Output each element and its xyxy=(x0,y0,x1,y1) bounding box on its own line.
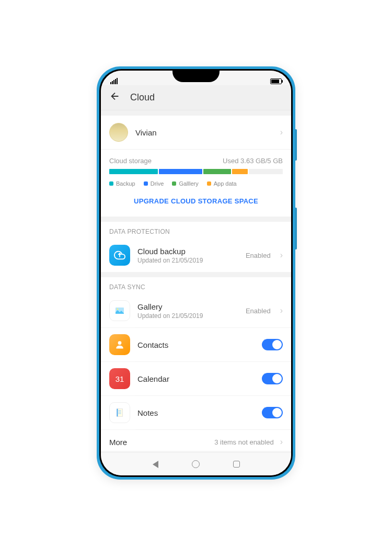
legend-backup: Backup xyxy=(116,180,135,187)
page-title: Cloud xyxy=(130,92,155,103)
contacts-toggle[interactable] xyxy=(262,339,283,350)
nav-home-button[interactable] xyxy=(192,460,200,468)
storage-legend: Backup Drive Galllery App data xyxy=(109,180,283,187)
more-row[interactable]: More 3 items not enabled › xyxy=(101,430,291,451)
svg-point-1 xyxy=(117,309,119,310)
row-subtitle: Updated on 21/05/2019 xyxy=(137,312,238,320)
gallery-icon xyxy=(109,300,130,321)
signal-icon xyxy=(110,78,118,84)
cloud-backup-icon xyxy=(109,245,130,266)
battery-icon xyxy=(270,78,282,84)
storage-seg-free xyxy=(249,169,283,174)
chevron-right-icon: › xyxy=(280,251,283,260)
legend-gallery: Galllery xyxy=(179,180,198,187)
side-button xyxy=(295,129,297,161)
row-status: Enabled xyxy=(246,307,271,315)
storage-seg-backup xyxy=(109,169,158,174)
contacts-row: Contacts xyxy=(101,328,291,361)
storage-section: Cloud storage Used 3.63 GB/5 GB Backup D… xyxy=(101,150,291,217)
nav-back-button[interactable] xyxy=(153,461,158,468)
calendar-toggle[interactable] xyxy=(262,373,283,384)
storage-label: Cloud storage xyxy=(109,157,152,165)
phone-frame: Cloud Vivian › Cloud storage Used 3.63 G… xyxy=(97,66,295,480)
storage-seg-drive xyxy=(159,169,202,174)
profile-row[interactable]: Vivian › xyxy=(101,116,291,150)
upgrade-storage-button[interactable]: UPGRADE CLOUD STORAGE SPACE xyxy=(109,194,283,209)
row-title: Notes xyxy=(137,408,255,417)
row-title: Calendar xyxy=(137,374,255,383)
row-subtitle: Updated on 21/05/2019 xyxy=(137,257,238,264)
chevron-right-icon: › xyxy=(280,306,283,315)
chevron-right-icon: › xyxy=(280,437,283,447)
calendar-row: 31 Calendar xyxy=(101,362,291,395)
side-button xyxy=(295,208,297,249)
display-notch xyxy=(172,71,220,82)
storage-seg-gallery xyxy=(203,169,231,174)
section-data-sync: DATA SYNC xyxy=(101,277,291,294)
more-label: More xyxy=(109,438,210,447)
calendar-icon: 31 xyxy=(109,368,130,389)
gallery-row[interactable]: Gallery Updated on 21/05/2019 Enabled › xyxy=(101,294,291,327)
svg-rect-7 xyxy=(117,409,118,417)
cloud-backup-row[interactable]: Cloud backup Updated on 21/05/2019 Enabl… xyxy=(101,238,291,272)
nav-recent-button[interactable] xyxy=(233,461,240,468)
storage-bar xyxy=(109,169,283,174)
notes-row: Notes xyxy=(101,396,291,429)
row-status: Enabled xyxy=(246,252,271,259)
storage-seg-appdata xyxy=(232,169,248,174)
svg-point-2 xyxy=(118,341,122,345)
row-title: Gallery xyxy=(137,302,238,311)
legend-appdata: App data xyxy=(214,180,237,187)
storage-used-text: Used 3.63 GB/5 GB xyxy=(223,157,283,165)
row-title: Cloud backup xyxy=(137,247,238,256)
chevron-right-icon: › xyxy=(280,128,283,137)
notes-toggle[interactable] xyxy=(262,407,283,418)
row-title: Contacts xyxy=(137,340,255,349)
notes-icon xyxy=(109,402,130,423)
back-button[interactable] xyxy=(109,90,121,105)
avatar xyxy=(109,123,128,142)
app-bar: Cloud xyxy=(101,85,291,110)
section-data-protection: DATA PROTECTION xyxy=(101,222,291,238)
legend-drive: Drive xyxy=(151,180,164,187)
contacts-icon xyxy=(109,334,130,355)
more-status: 3 items not enabled xyxy=(214,438,273,446)
profile-name: Vivian xyxy=(135,128,271,137)
navigation-bar xyxy=(101,452,291,475)
